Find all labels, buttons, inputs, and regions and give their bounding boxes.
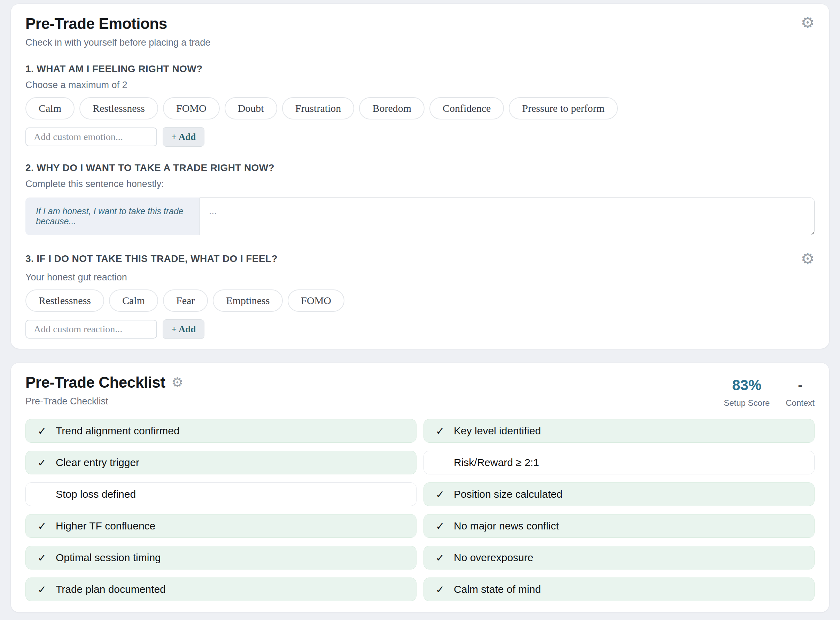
emotion-pill-label: Restlessness xyxy=(93,102,145,114)
checklist-item-label: Trade plan documented xyxy=(56,584,166,595)
check-icon: ✓ xyxy=(38,584,56,596)
reaction-pill[interactable]: Restlessness xyxy=(26,289,104,312)
reaction-pill[interactable]: Emptiness xyxy=(213,289,283,312)
question-2-hint: Complete this sentence honestly: xyxy=(26,179,814,189)
question-3-hint: Your honest gut reaction xyxy=(26,272,814,283)
custom-reaction-row: + Add xyxy=(26,319,814,339)
sentence-row: If I am honest, I want to take this trad… xyxy=(26,197,814,235)
reaction-pill-label: Restlessness xyxy=(39,295,91,307)
setup-score-label: Setup Score xyxy=(724,398,769,408)
gear-icon[interactable]: ⚙ xyxy=(801,251,814,266)
emotion-pill-label: Confidence xyxy=(443,102,491,114)
emotion-pill[interactable]: Confidence xyxy=(430,97,504,119)
reaction-pill-label: FOMO xyxy=(301,295,331,307)
checklist-item[interactable]: ✓ Trade plan documented xyxy=(26,578,416,601)
checklist-title-block: Pre-Trade Checklist ⚙ Pre-Trade Checklis… xyxy=(26,374,183,406)
emotion-pill[interactable]: Restlessness xyxy=(80,97,158,119)
question-3-heading: 3. IF I DO NOT TAKE THIS TRADE, WHAT DO … xyxy=(26,254,278,264)
checklist-item-label: Key level identified xyxy=(454,425,541,437)
gear-icon[interactable]: ⚙ xyxy=(171,376,183,389)
checklist-item[interactable]: ✓ Trend alignment confirmed xyxy=(26,419,416,443)
checklist-item[interactable]: Risk/Reward ≥ 2:1 xyxy=(424,451,814,474)
emotion-pill[interactable]: Pressure to perform xyxy=(509,97,618,119)
setup-score-stat: 83% Setup Score xyxy=(724,378,769,408)
check-icon: ✓ xyxy=(436,488,454,501)
checklist-item[interactable]: ✓ No major news conflict xyxy=(424,514,814,538)
checklist-item[interactable]: ✓ Optimal session timing xyxy=(26,546,416,569)
setup-score-value: 83% xyxy=(732,378,761,393)
reaction-pill[interactable]: Fear xyxy=(163,289,208,312)
emotion-pill[interactable]: FOMO xyxy=(163,97,220,119)
question-2: 2. WHY DO I WANT TO TAKE A TRADE RIGHT N… xyxy=(26,163,814,235)
emotion-pill-label: FOMO xyxy=(176,102,206,114)
checklist-item-label: Stop loss defined xyxy=(56,488,136,500)
emotion-pill[interactable]: Calm xyxy=(26,97,75,119)
sentence-prefix: If I am honest, I want to take this trad… xyxy=(26,197,200,235)
checklist-item[interactable]: ✓ Clear entry trigger xyxy=(26,451,416,474)
checklist-item-label: Optimal session timing xyxy=(56,552,161,564)
gear-icon[interactable]: ⚙ xyxy=(801,15,814,30)
checklist-item-label: No major news conflict xyxy=(454,520,559,532)
checklist-item-label: Calm state of mind xyxy=(454,584,541,595)
checklist-item[interactable]: ✓ Calm state of mind xyxy=(424,578,814,601)
checklist-item-label: No overexposure xyxy=(454,552,533,564)
check-icon: ✓ xyxy=(436,552,454,564)
reaction-pill-label: Fear xyxy=(176,295,195,307)
check-icon: ✓ xyxy=(38,425,56,437)
reaction-pill[interactable]: FOMO xyxy=(288,289,344,312)
emotion-pill-label: Boredom xyxy=(372,102,411,114)
emotion-pill[interactable]: Doubt xyxy=(225,97,277,119)
question-1-heading: 1. WHAT AM I FEELING RIGHT NOW? xyxy=(26,64,814,74)
emotions-card-title: Pre-Trade Emotions xyxy=(26,15,167,32)
check-icon: ✓ xyxy=(436,584,454,596)
checklist-card-header: Pre-Trade Checklist ⚙ Pre-Trade Checklis… xyxy=(26,374,814,408)
pre-trade-checklist-card: Pre-Trade Checklist ⚙ Pre-Trade Checklis… xyxy=(11,362,829,613)
question-3: 3. IF I DO NOT TAKE THIS TRADE, WHAT DO … xyxy=(26,251,814,339)
checklist-item-label: Trend alignment confirmed xyxy=(56,425,180,437)
checklist-card-subtitle: Pre-Trade Checklist xyxy=(26,396,183,406)
check-icon: ✓ xyxy=(38,520,56,532)
add-emotion-button[interactable]: + Add xyxy=(163,127,204,147)
emotion-pill-label: Calm xyxy=(39,102,61,114)
checklist-item-label: Clear entry trigger xyxy=(56,457,139,468)
question-3-header-row: 3. IF I DO NOT TAKE THIS TRADE, WHAT DO … xyxy=(26,251,814,266)
custom-emotion-row: + Add xyxy=(26,127,814,147)
context-stat: - Context xyxy=(786,378,814,408)
trade-reason-textarea[interactable] xyxy=(200,197,814,235)
emotion-pill[interactable]: Boredom xyxy=(359,97,425,119)
checklist-item[interactable]: ✓ Position size calculated xyxy=(424,482,814,506)
check-icon: ✓ xyxy=(38,457,56,469)
custom-reaction-input[interactable] xyxy=(26,320,157,339)
question-1: 1. WHAT AM I FEELING RIGHT NOW? Choose a… xyxy=(26,64,814,147)
pre-trade-emotions-card: Pre-Trade Emotions ⚙ Check in with yours… xyxy=(11,3,829,349)
check-icon: ✓ xyxy=(38,552,56,564)
check-icon: ✓ xyxy=(436,520,454,532)
custom-emotion-input[interactable] xyxy=(26,128,157,146)
reaction-pill-label: Emptiness xyxy=(226,295,269,307)
emotion-pill-label: Doubt xyxy=(238,102,264,114)
emotion-pill-label: Pressure to perform xyxy=(522,102,604,114)
emotion-pill-label: Frustration xyxy=(295,102,341,114)
checklist-grid: ✓ Trend alignment confirmed ✓ Key level … xyxy=(26,419,814,601)
add-reaction-button[interactable]: + Add xyxy=(163,319,204,339)
reaction-pill-label: Calm xyxy=(122,295,145,307)
emotions-card-header: Pre-Trade Emotions ⚙ xyxy=(26,15,814,32)
checklist-item[interactable]: ✓ Higher TF confluence xyxy=(26,514,416,538)
reaction-options: RestlessnessCalmFearEmptinessFOMO xyxy=(26,289,814,312)
checklist-card-title: Pre-Trade Checklist xyxy=(26,374,165,391)
checklist-item[interactable]: ✓ Key level identified xyxy=(424,419,814,443)
context-value: - xyxy=(798,378,802,393)
checklist-item[interactable]: ✓ No overexposure xyxy=(424,546,814,569)
context-label: Context xyxy=(786,398,814,408)
checklist-item-label: Higher TF confluence xyxy=(56,520,155,532)
checklist-item-label: Position size calculated xyxy=(454,488,562,500)
checklist-stats: 83% Setup Score - Context xyxy=(724,374,814,408)
checklist-item-label: Risk/Reward ≥ 2:1 xyxy=(454,457,539,468)
check-icon: ✓ xyxy=(436,425,454,437)
reaction-pill[interactable]: Calm xyxy=(109,289,158,312)
question-1-hint: Choose a maximum of 2 xyxy=(26,80,814,90)
checklist-item[interactable]: Stop loss defined xyxy=(26,482,416,506)
emotion-pill[interactable]: Frustration xyxy=(282,97,355,119)
checklist-title-row: Pre-Trade Checklist ⚙ xyxy=(26,374,183,391)
question-2-heading: 2. WHY DO I WANT TO TAKE A TRADE RIGHT N… xyxy=(26,163,814,173)
